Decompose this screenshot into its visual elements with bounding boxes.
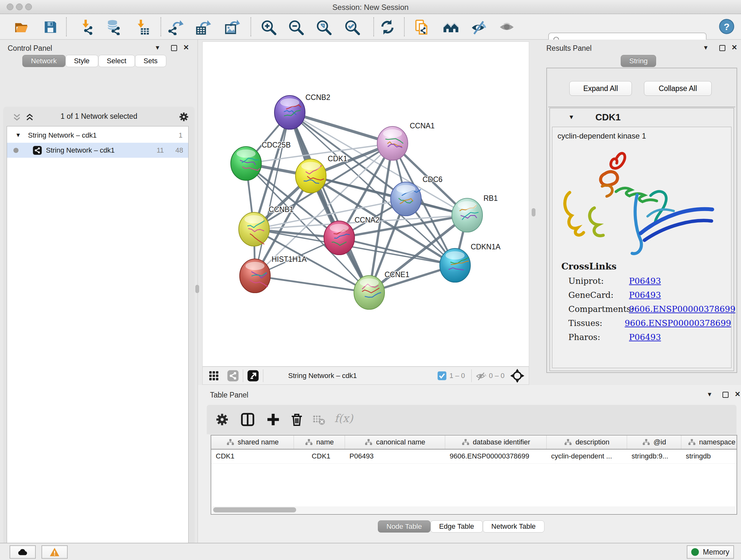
documents-network-icon[interactable] (414, 19, 430, 35)
houses-icon[interactable] (443, 19, 459, 35)
network-node-CCNA1[interactable]: CCNA1 (377, 122, 434, 160)
crosslink-label: Pharos: (568, 332, 629, 342)
tab-style[interactable]: Style (65, 55, 98, 67)
column-header-description[interactable]: description (547, 435, 627, 449)
network-row[interactable]: String Network – cdk1 11 48 (7, 143, 188, 158)
eye-crossed-icon[interactable] (471, 19, 487, 35)
tab-string[interactable]: String (621, 55, 656, 67)
tab-edge-table[interactable]: Edge Table (430, 520, 483, 533)
network-node-CDKN1A[interactable]: CDKN1A (440, 243, 501, 282)
table-panel-float-icon[interactable] (723, 392, 729, 399)
table-cell[interactable]: CDK1 (294, 449, 345, 463)
warnings-button[interactable] (42, 545, 68, 559)
crosslink-link[interactable]: 9606.ENSP00000378699 (625, 318, 731, 328)
tree-expand-arrow-icon[interactable]: ▼ (15, 132, 21, 138)
toolbar-separator (374, 17, 374, 37)
control-panel-close-icon[interactable]: ✕ (183, 44, 189, 52)
network-node-RB1[interactable]: RB1 (452, 194, 498, 232)
zoom-out-icon[interactable] (288, 19, 304, 35)
network-collection-row[interactable]: ▼ String Network – cdk1 1 (7, 128, 188, 143)
crosslink-link[interactable]: P06493 (629, 332, 661, 342)
network-canvas[interactable]: CCNB2CCNA1CDC25BCDK1CDC6RB1CCNB1CCNA2CDK… (202, 42, 529, 367)
network-edge[interactable] (290, 112, 369, 293)
crosslink-link[interactable]: 9606.ENSP00000378699 (629, 304, 735, 314)
network-tree: ▼ String Network – cdk1 1 String Network… (7, 126, 189, 560)
tab-node-table[interactable]: Node Table (378, 520, 430, 533)
gene-collapse-arrow-icon[interactable]: ▼ (568, 114, 575, 121)
import-database-icon[interactable] (106, 19, 122, 35)
cloud-button[interactable] (10, 545, 36, 559)
fit-selected-crosshair-icon[interactable] (510, 369, 524, 383)
refresh-icon[interactable] (380, 19, 395, 35)
show-column-icon[interactable] (240, 412, 255, 427)
network-selection-status: 1 of 1 Network selected (3, 112, 195, 121)
open-in-window-icon[interactable] (247, 370, 259, 382)
grid-view-icon[interactable] (208, 370, 219, 381)
title-bar: Session: New Session (0, 0, 741, 14)
network-edge[interactable] (290, 112, 393, 143)
zoom-in-icon[interactable] (260, 19, 276, 35)
table-header-row: shared namenamecanonical namedatabase id… (211, 435, 737, 449)
table-cell[interactable]: 9606.ENSP00000378699 (445, 449, 547, 463)
crosslink-label: GeneCard: (568, 290, 629, 300)
column-header-namespace[interactable]: namespace (681, 435, 741, 449)
table-cell[interactable]: P06493 (345, 449, 445, 463)
left-splitter-handle[interactable] (195, 285, 199, 293)
column-header-shared-name[interactable]: shared name (211, 435, 294, 449)
column-header-label: namespace (699, 438, 736, 446)
network-node-CCNB1[interactable]: CCNB1 (239, 205, 293, 246)
crosslink-link[interactable]: P06493 (629, 290, 661, 300)
table-cell[interactable]: stringdb (681, 449, 741, 463)
save-icon[interactable] (43, 19, 58, 35)
results-panel-menu-arrow-icon[interactable]: ▾ (704, 44, 708, 52)
column-header-name[interactable]: name (294, 435, 345, 449)
network-node-HIST1H1A[interactable]: HIST1H1A (240, 255, 307, 293)
column-header-database-identifier[interactable]: database identifier (445, 435, 547, 449)
birdseye-toggle-icon[interactable] (227, 370, 239, 382)
node-label: CDKN1A (471, 243, 501, 251)
tab-select[interactable]: Select (98, 55, 135, 67)
memory-button[interactable]: Memory (687, 545, 734, 559)
control-panel-menu-arrow-icon[interactable]: ▾ (156, 44, 159, 52)
zoom-selected-icon[interactable] (344, 19, 360, 35)
delete-column-icon[interactable] (289, 412, 305, 427)
expand-all-button[interactable]: Expand All (569, 81, 632, 96)
eye-icon[interactable] (499, 19, 515, 35)
open-folder-icon[interactable] (14, 19, 30, 35)
help-icon[interactable]: ? (719, 18, 735, 35)
results-panel-float-icon[interactable] (719, 45, 725, 52)
table-gear-icon[interactable] (214, 412, 230, 427)
right-splitter-handle[interactable] (532, 208, 536, 216)
export-image-icon[interactable] (224, 19, 240, 35)
column-header-canonical-name[interactable]: canonical name (345, 435, 445, 449)
tab-network[interactable]: Network (22, 55, 65, 67)
gear-icon[interactable] (178, 111, 190, 123)
collapse-all-button[interactable]: Collapse All (644, 81, 712, 96)
scrollbar-thumb[interactable] (213, 507, 296, 512)
node-label: CDC25B (262, 141, 291, 149)
tab-network-table[interactable]: Network Table (483, 520, 544, 533)
table-cell[interactable]: CDK1 (211, 449, 294, 463)
create-column-icon[interactable] (266, 412, 281, 427)
selected-checkbox-icon[interactable] (437, 371, 447, 381)
table-tabs: Node TableEdge TableNetwork Table (378, 520, 544, 533)
results-panel-close-icon[interactable]: ✕ (731, 44, 737, 52)
export-table-icon[interactable] (196, 19, 212, 35)
network-node-CDC6[interactable]: CDC6 (391, 175, 443, 216)
table-cell[interactable]: cyclin-dependent ... (547, 449, 627, 463)
column-header--id[interactable]: @id (627, 435, 681, 449)
table-cell[interactable]: stringdb:9... (627, 449, 681, 463)
tab-sets[interactable]: Sets (135, 55, 166, 67)
export-network-icon[interactable] (168, 19, 184, 35)
import-table-icon[interactable] (134, 19, 150, 35)
table-panel-close-icon[interactable]: ✕ (735, 390, 740, 398)
network-node-CDK1[interactable]: CDK1 (295, 154, 347, 193)
toolbar-separator (404, 17, 405, 37)
zoom-fit-icon[interactable] (316, 19, 332, 35)
import-network-icon[interactable] (79, 19, 95, 35)
table-panel-menu-arrow-icon[interactable]: ▾ (708, 390, 711, 398)
crosslink-link[interactable]: P06493 (629, 276, 661, 286)
control-panel-float-icon[interactable] (171, 45, 177, 52)
table-row[interactable]: CDK1CDK1P064939606.ENSP00000378699cyclin… (211, 449, 737, 463)
network-edge[interactable] (255, 276, 369, 293)
